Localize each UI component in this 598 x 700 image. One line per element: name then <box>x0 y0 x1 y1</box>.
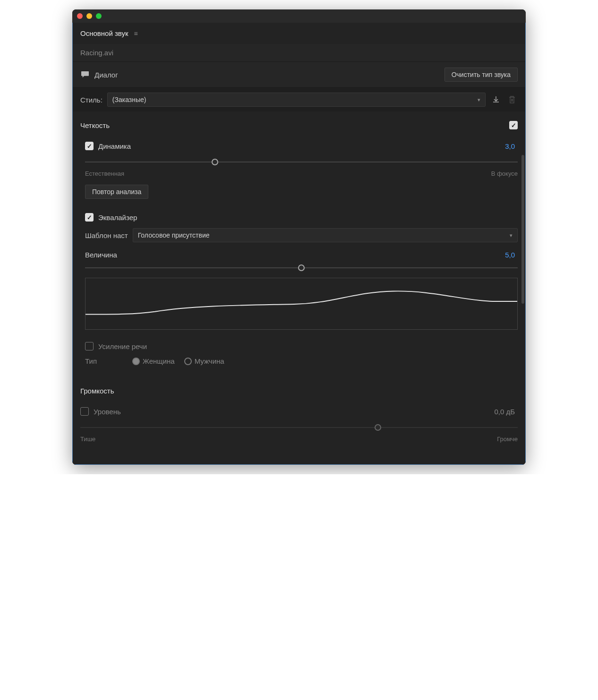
dynamics-slider[interactable] <box>85 158 518 166</box>
female-radio[interactable] <box>132 358 140 365</box>
filename-bar: Racing.avi <box>73 44 525 61</box>
level-value[interactable]: 0,0 дБ <box>494 408 515 416</box>
eq-preset-select[interactable]: Голосовое присутствие ▾ <box>133 228 518 242</box>
dynamics-checkbox[interactable] <box>85 142 94 150</box>
chevron-down-icon: ▾ <box>510 232 513 239</box>
volume-header[interactable]: Громкость <box>80 382 518 400</box>
speech-enhance-label: Усиление речи <box>98 342 147 350</box>
titlebar[interactable] <box>72 9 526 23</box>
volume-section: Громкость Уровень 0,0 дБ Тише Громче <box>73 377 525 450</box>
eq-curve-graph[interactable] <box>85 278 518 330</box>
equalizer-checkbox[interactable] <box>85 213 94 222</box>
level-label: Уровень <box>94 408 121 416</box>
delete-preset-button[interactable] <box>506 94 518 105</box>
level-slider[interactable] <box>80 423 518 432</box>
volume-title: Громкость <box>80 387 114 395</box>
eq-preset-value: Голосовое присутствие <box>138 231 210 239</box>
clarity-section: Четкость Динамика 3,0 Естественна <box>73 111 525 377</box>
dynamics-value[interactable]: 3,0 <box>505 142 515 150</box>
audio-type-label: Диалог <box>94 71 118 79</box>
dynamics-right-label: В фокусе <box>491 170 518 177</box>
female-radio-label: Женщина <box>143 357 175 365</box>
speech-type-label: Тип <box>85 357 123 365</box>
panel-header: Основной звук ≡ <box>73 23 525 44</box>
male-radio-label: Мужчина <box>195 357 224 365</box>
filename-text: Racing.avi <box>80 49 113 57</box>
clarity-toggle-checkbox[interactable] <box>509 121 518 129</box>
maximize-window-button[interactable] <box>96 13 102 19</box>
speech-enhance-checkbox[interactable] <box>85 342 94 350</box>
chevron-down-icon: ▾ <box>478 97 480 103</box>
minimize-window-button[interactable] <box>86 13 92 19</box>
style-row: Стиль: (Заказные) ▾ <box>73 88 525 111</box>
level-right-label: Громче <box>497 435 518 443</box>
equalizer-label: Эквалайзер <box>98 213 137 222</box>
app-window: Основной звук ≡ Racing.avi Диалог Очисти… <box>72 9 526 465</box>
clarity-title: Четкость <box>80 121 110 129</box>
clear-audio-type-button[interactable]: Очистить тип звука <box>444 68 518 82</box>
male-radio[interactable] <box>184 358 192 365</box>
scrollbar[interactable] <box>521 155 524 304</box>
eq-amount-value[interactable]: 5,0 <box>505 251 515 259</box>
save-preset-button[interactable] <box>490 94 502 105</box>
close-window-button[interactable] <box>77 13 83 19</box>
eq-amount-slider[interactable] <box>85 264 518 272</box>
dynamics-label: Динамика <box>98 142 131 150</box>
panel-title: Основной звук <box>80 29 128 37</box>
eq-preset-label: Шаблон наст <box>85 231 128 239</box>
audio-type-row: Диалог Очистить тип звука <box>73 61 525 88</box>
clarity-header[interactable]: Четкость <box>80 116 518 134</box>
panel-menu-icon[interactable]: ≡ <box>134 30 138 37</box>
style-label: Стиль: <box>80 96 103 104</box>
level-checkbox[interactable] <box>80 407 89 416</box>
level-left-label: Тише <box>80 435 95 443</box>
reanalyze-button[interactable]: Повтор анализа <box>85 185 148 199</box>
style-preset-select[interactable]: (Заказные) ▾ <box>107 93 486 107</box>
dynamics-left-label: Естественная <box>85 170 124 177</box>
essential-sound-panel: Основной звук ≡ Racing.avi Диалог Очисти… <box>72 23 526 465</box>
style-preset-value: (Заказные) <box>112 96 146 103</box>
eq-amount-label: Величина <box>85 251 117 259</box>
dialogue-icon <box>80 71 90 78</box>
